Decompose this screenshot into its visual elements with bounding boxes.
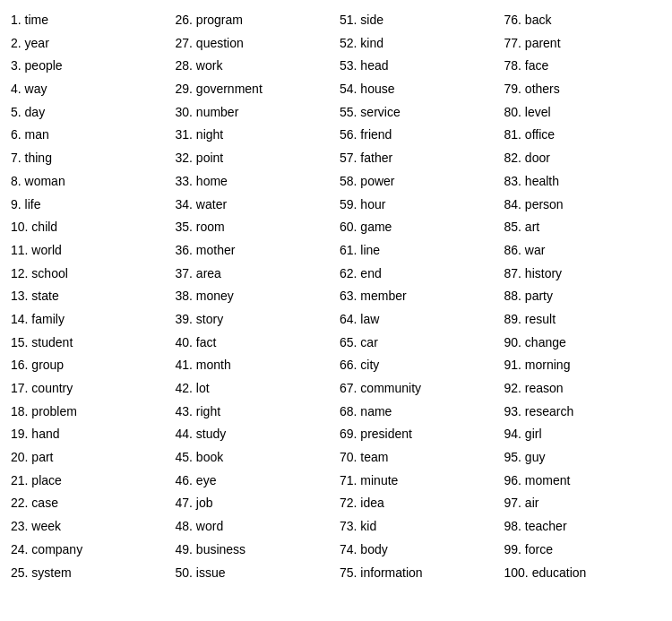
list-item: 74. body	[336, 539, 501, 562]
list-item: 33. home	[172, 170, 337, 194]
list-item: 19. hand	[7, 423, 172, 446]
column-2: 26. program27. question28. work29. gover…	[172, 9, 337, 584]
list-item: 81. office	[501, 124, 666, 147]
list-item: 6. man	[7, 124, 172, 147]
list-item: 98. teacher	[501, 515, 666, 539]
list-item: 59. hour	[336, 194, 501, 217]
list-item: 53. head	[336, 55, 501, 78]
list-item: 67. community	[336, 377, 501, 401]
list-item: 38. money	[172, 285, 337, 308]
list-item: 89. result	[501, 308, 666, 332]
list-item: 73. kid	[336, 515, 501, 539]
list-item: 61. line	[336, 239, 501, 263]
list-item: 45. book	[172, 446, 337, 470]
list-item: 7. thing	[7, 147, 172, 170]
list-item: 31. night	[172, 124, 337, 147]
list-item: 70. team	[336, 446, 501, 470]
list-item: 44. study	[172, 423, 337, 446]
list-item: 42. lot	[172, 377, 337, 401]
list-item: 55. service	[336, 101, 501, 125]
list-item: 86. war	[501, 239, 666, 263]
list-item: 92. reason	[501, 377, 666, 401]
list-item: 50. issue	[172, 562, 337, 585]
list-item: 3. people	[7, 55, 172, 78]
list-item: 69. president	[336, 423, 501, 446]
list-item: 27. question	[172, 32, 337, 56]
list-item: 56. friend	[336, 124, 501, 147]
list-item: 57. father	[336, 147, 501, 170]
list-item: 94. girl	[501, 423, 666, 446]
list-item: 97. air	[501, 492, 666, 515]
list-item: 5. day	[7, 101, 172, 125]
list-item: 10. child	[7, 216, 172, 239]
list-item: 64. law	[336, 308, 501, 332]
word-list-columns: 1. time2. year3. people4. way5. day6. ma…	[7, 9, 665, 584]
list-item: 52. kind	[336, 32, 501, 56]
list-item: 82. door	[501, 147, 666, 170]
list-item: 4. way	[7, 78, 172, 101]
list-item: 29. government	[172, 78, 337, 101]
list-item: 2. year	[7, 32, 172, 56]
list-item: 48. word	[172, 515, 337, 539]
list-item: 95. guy	[501, 446, 666, 470]
list-item: 23. week	[7, 515, 172, 539]
list-item: 77. parent	[501, 32, 666, 56]
list-item: 80. level	[501, 101, 666, 125]
list-item: 75. information	[336, 562, 501, 585]
list-item: 21. place	[7, 470, 172, 493]
list-item: 58. power	[336, 170, 501, 194]
list-item: 9. life	[7, 194, 172, 217]
list-item: 85. art	[501, 216, 666, 239]
list-item: 66. city	[336, 354, 501, 377]
list-item: 68. name	[336, 401, 501, 424]
list-item: 13. state	[7, 285, 172, 308]
list-item: 99. force	[501, 539, 666, 562]
list-item: 17. country	[7, 377, 172, 401]
list-item: 41. month	[172, 354, 337, 377]
list-item: 28. work	[172, 55, 337, 78]
list-item: 60. game	[336, 216, 501, 239]
list-item: 88. party	[501, 285, 666, 308]
list-item: 87. history	[501, 263, 666, 286]
list-item: 39. story	[172, 308, 337, 332]
list-item: 12. school	[7, 263, 172, 286]
list-item: 65. car	[336, 332, 501, 355]
list-item: 11. world	[7, 239, 172, 263]
list-item: 15. student	[7, 332, 172, 355]
list-item: 35. room	[172, 216, 337, 239]
list-item: 25. system	[7, 562, 172, 585]
list-item: 24. company	[7, 539, 172, 562]
main-container: 1. time2. year3. people4. way5. day6. ma…	[0, 0, 672, 593]
list-item: 49. business	[172, 539, 337, 562]
list-item: 46. eye	[172, 470, 337, 493]
list-item: 79. others	[501, 78, 666, 101]
list-item: 22. case	[7, 492, 172, 515]
column-3: 51. side52. kind53. head54. house55. ser…	[336, 9, 501, 584]
list-item: 8. woman	[7, 170, 172, 194]
list-item: 71. minute	[336, 470, 501, 493]
list-item: 18. problem	[7, 401, 172, 424]
list-item: 78. face	[501, 55, 666, 78]
list-item: 96. moment	[501, 470, 666, 493]
list-item: 37. area	[172, 263, 337, 286]
list-item: 40. fact	[172, 332, 337, 355]
list-item: 14. family	[7, 308, 172, 332]
list-item: 72. idea	[336, 492, 501, 515]
list-item: 93. research	[501, 401, 666, 424]
column-4: 76. back77. parent78. face79. others80. …	[501, 9, 666, 584]
list-item: 36. mother	[172, 239, 337, 263]
list-item: 76. back	[501, 9, 666, 32]
list-item: 83. health	[501, 170, 666, 194]
list-item: 26. program	[172, 9, 337, 32]
column-1: 1. time2. year3. people4. way5. day6. ma…	[7, 9, 172, 584]
list-item: 20. part	[7, 446, 172, 470]
list-item: 34. water	[172, 194, 337, 217]
list-item: 84. person	[501, 194, 666, 217]
list-item: 30. number	[172, 101, 337, 125]
list-item: 63. member	[336, 285, 501, 308]
list-item: 54. house	[336, 78, 501, 101]
list-item: 43. right	[172, 401, 337, 424]
list-item: 91. morning	[501, 354, 666, 377]
list-item: 32. point	[172, 147, 337, 170]
list-item: 90. change	[501, 332, 666, 355]
